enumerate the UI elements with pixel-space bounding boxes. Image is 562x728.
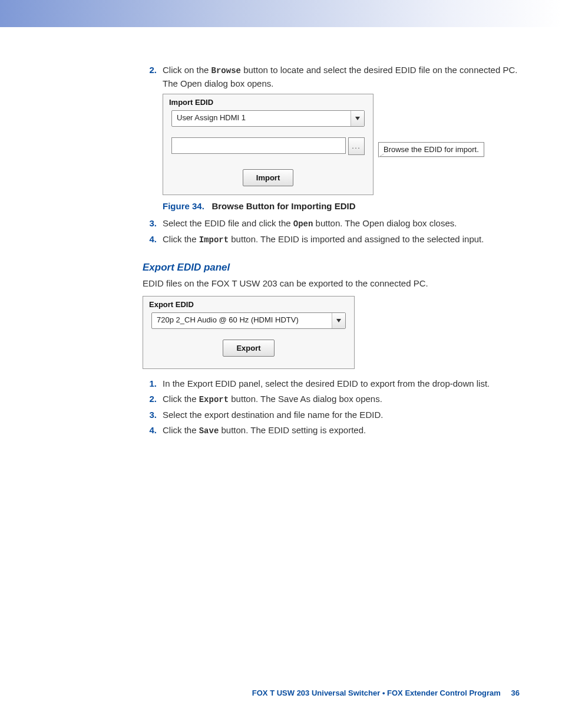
step-number: 2. bbox=[143, 393, 157, 406]
page-number: 36 bbox=[511, 689, 520, 697]
export-step-4: 4. Click the Save button. The EDID setti… bbox=[143, 424, 520, 437]
step-4: 4. Click the Import button. The EDID is … bbox=[143, 233, 520, 246]
export-edid-heading: Export EDID panel bbox=[143, 262, 520, 274]
import-edid-dropdown[interactable]: User Assign HDMI 1 bbox=[171, 110, 365, 127]
main-content: 2. Click on the Browse button to locate … bbox=[143, 61, 520, 440]
step-number: 3. bbox=[143, 409, 157, 421]
import-file-path-input[interactable] bbox=[171, 137, 346, 154]
header-gradient-bar bbox=[0, 0, 562, 27]
page-footer: FOX T USW 203 Universal Switcher • FOX E… bbox=[0, 689, 520, 697]
step-text-pre: Click the bbox=[163, 425, 199, 435]
step-number: 3. bbox=[143, 217, 157, 230]
export-step-1: 1. In the Export EDID panel, select the … bbox=[143, 377, 520, 390]
figure-title: Browse Button for Importing EDID bbox=[211, 201, 355, 211]
figure-label: Figure 34. bbox=[163, 201, 204, 211]
chevron-down-icon bbox=[351, 111, 364, 126]
step-3: 3. Select the EDID file and click the Op… bbox=[143, 217, 520, 230]
step-text-post: button. The EDID setting is exported. bbox=[219, 425, 366, 435]
import-edid-panel: Import EDID User Assign HDMI 1 ... bbox=[163, 94, 373, 195]
import-keyword: Import bbox=[199, 235, 229, 245]
import-panel-title: Import EDID bbox=[163, 94, 373, 110]
open-keyword: Open bbox=[293, 219, 313, 229]
export-step-2: 2. Click the Export button. The Save As … bbox=[143, 393, 520, 406]
export-edid-panel: Export EDID 720p 2_CH Audio @ 60 Hz (HDM… bbox=[143, 296, 355, 369]
export-step-3: 3. Select the export destination and fil… bbox=[143, 409, 520, 421]
import-button-label: Import bbox=[256, 173, 280, 182]
step-number: 2. bbox=[143, 64, 157, 77]
browse-keyword: Browse bbox=[211, 66, 241, 75]
step-number: 4. bbox=[143, 424, 157, 437]
export-panel-title: Export EDID bbox=[143, 297, 354, 312]
step-text-post: button. The EDID is imported and assigne… bbox=[229, 234, 484, 244]
step-text-pre: Click the bbox=[163, 394, 199, 404]
import-dropdown-value: User Assign HDMI 1 bbox=[177, 113, 246, 122]
export-button-label: Export bbox=[236, 344, 260, 353]
step-text: In the Export EDID panel, select the des… bbox=[163, 378, 490, 388]
export-dropdown-value: 720p 2_CH Audio @ 60 Hz (HDMI HDTV) bbox=[157, 315, 299, 324]
step-number: 4. bbox=[143, 233, 157, 246]
step-text-pre: Select the EDID file and click the bbox=[163, 218, 293, 228]
chevron-down-icon bbox=[332, 313, 345, 328]
export-keyword: Export bbox=[199, 395, 229, 404]
export-button[interactable]: Export bbox=[223, 340, 274, 357]
step-text-post: button. The Save As dialog box opens. bbox=[229, 394, 382, 404]
step-2: 2. Click on the Browse button to locate … bbox=[143, 64, 520, 90]
tooltip-text: Browse the EDID for import. bbox=[384, 145, 479, 154]
step-number: 1. bbox=[143, 377, 157, 390]
export-edid-dropdown[interactable]: 720p 2_CH Audio @ 60 Hz (HDMI HDTV) bbox=[151, 312, 346, 329]
browse-tooltip: Browse the EDID for import. bbox=[378, 142, 484, 157]
save-keyword: Save bbox=[199, 426, 219, 436]
step-text: Select the export destination and file n… bbox=[163, 410, 383, 420]
ellipsis-icon: ... bbox=[352, 143, 361, 150]
footer-text: FOX T USW 203 Universal Switcher • FOX E… bbox=[252, 689, 501, 697]
figure-34-caption: Figure 34. Browse Button for Importing E… bbox=[163, 201, 520, 211]
browse-button[interactable]: ... bbox=[348, 137, 365, 155]
step-text-pre: Click on the bbox=[163, 65, 211, 75]
step-text-post: button. The Open dialog box closes. bbox=[313, 218, 457, 228]
export-intro: EDID files on the FOX T USW 203 can be e… bbox=[143, 277, 520, 290]
import-button[interactable]: Import bbox=[243, 169, 293, 186]
step-text-pre: Click the bbox=[163, 234, 199, 244]
